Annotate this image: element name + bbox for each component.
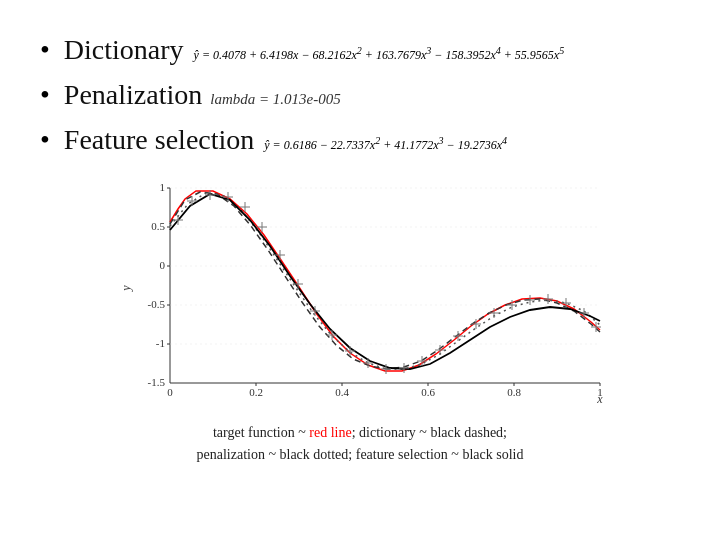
bullet-dot-3: • <box>40 120 50 159</box>
svg-text:-1: -1 <box>156 337 165 349</box>
bullet-dot-2: • <box>40 75 50 114</box>
formula-feature-selection: ŷ = 0.6186 − 22.7337x2 + 41.1772x3 − 19.… <box>264 134 507 154</box>
svg-text:-0.5: -0.5 <box>148 298 166 310</box>
bullet-label-dictionary: Dictionary <box>64 30 184 69</box>
formula-dictionary: ŷ = 0.4078 + 6.4198x − 68.2162x2 + 163.7… <box>194 44 565 64</box>
scatter-points <box>173 190 601 374</box>
svg-text:0: 0 <box>167 386 173 398</box>
svg-text:-1.5: -1.5 <box>148 376 166 388</box>
chart-caption: target function ~ red line; dictionary ~… <box>40 422 680 467</box>
svg-text:0.6: 0.6 <box>421 386 435 398</box>
bullet-label-feature-selection: Feature selection <box>64 120 254 159</box>
caption-red-line: red line <box>309 425 351 440</box>
svg-text:1: 1 <box>160 181 166 193</box>
svg-text:x: x <box>596 392 603 406</box>
svg-text:y: y <box>119 284 133 291</box>
svg-text:0.8: 0.8 <box>507 386 521 398</box>
lambda-value: lambda = 1.013e-005 <box>210 89 341 110</box>
caption-line2: penalization ~ black dotted; feature sel… <box>40 444 680 466</box>
svg-text:0.2: 0.2 <box>249 386 263 398</box>
bullet-item-dictionary: • Dictionary ŷ = 0.4078 + 6.4198x − 68.2… <box>40 30 680 69</box>
caption-line1: target function ~ red line; dictionary ~… <box>40 422 680 444</box>
svg-text:0.4: 0.4 <box>335 386 349 398</box>
chart-svg: 1 0.5 0 -0.5 -1 -1.5 0 0.2 0.4 0.6 <box>110 178 610 408</box>
svg-text:0: 0 <box>160 259 166 271</box>
bullet-item-feature-selection: • Feature selection ŷ = 0.6186 − 22.7337… <box>40 120 680 159</box>
bullet-label-penalization: Penalization <box>64 75 202 114</box>
bullet-list: • Dictionary ŷ = 0.4078 + 6.4198x − 68.2… <box>40 30 680 160</box>
chart-area: 1 0.5 0 -0.5 -1 -1.5 0 0.2 0.4 0.6 <box>110 178 610 408</box>
svg-text:0.5: 0.5 <box>151 220 165 232</box>
bullet-dot-1: • <box>40 30 50 69</box>
bullet-item-penalization: • Penalization lambda = 1.013e-005 <box>40 75 680 114</box>
